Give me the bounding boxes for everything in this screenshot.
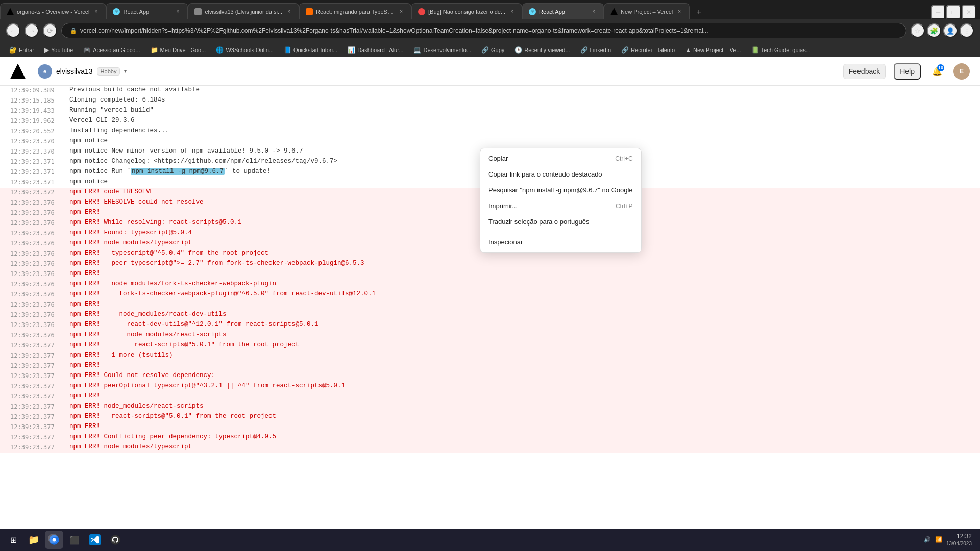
bookmark-favicon: 📁 (151, 46, 158, 54)
log-message: npm ERR! node_modules/fork-ts-checker-we… (69, 280, 970, 287)
context-menu-item-2[interactable]: Pesquisar "npm install -g npm@9.6.7" no … (480, 182, 641, 198)
clock: 12:32 13/04/2023 (946, 532, 972, 548)
tab-label: [Bug] Não consigo fazer o de... (428, 9, 505, 15)
bookmark-item[interactable]: ▶YouTube (40, 45, 77, 55)
bookmark-favicon: 📗 (751, 46, 759, 54)
tab-close-button[interactable]: × (285, 8, 292, 15)
avatar: e (38, 64, 52, 79)
browser-tab-tab6[interactable]: ⚛React App× (522, 3, 604, 19)
bookmark-button[interactable]: ☆ (911, 23, 925, 38)
notifications-badge: 10 (937, 64, 944, 71)
bookmark-item[interactable]: 🔗Gupy (477, 45, 508, 55)
log-line: 12:39:23.377npm ERR! Conflicting peer de… (0, 433, 980, 443)
context-menu-item-3[interactable]: Imprimir...Ctrl+P (480, 198, 641, 214)
log-message: npm ERR! peerOptional typescript@"^3.2.1… (69, 382, 970, 389)
bookmark-favicon: ▲ (685, 46, 691, 54)
log-timestamp: 12:39:19.962 (10, 117, 61, 124)
tab-favicon (7, 8, 14, 15)
context-menu-item-label: Inspecionar (488, 238, 523, 246)
log-line: 12:39:23.376npm ERR! node_modules/react-… (0, 310, 980, 320)
taskbar-files[interactable]: 📁 (24, 531, 43, 549)
vercel-logo[interactable] (10, 64, 26, 79)
feedback-button[interactable]: Feedback (843, 64, 886, 79)
bookmark-item[interactable]: 🔗Recrutei - Talento (617, 45, 679, 55)
tab-close-button[interactable]: × (174, 8, 181, 15)
browser-tab-tab2[interactable]: ⚛React App× (106, 3, 188, 19)
bookmark-item[interactable]: 📊Dashboard | Alur... (344, 45, 407, 55)
tab-close-button[interactable]: × (508, 8, 516, 15)
minimize-button[interactable]: ─ (931, 5, 945, 19)
start-button[interactable]: ⊞ (4, 531, 22, 549)
extensions-button[interactable]: 🧩 (927, 23, 941, 38)
log-timestamp: 12:39:23.376 (10, 249, 61, 257)
forward-button[interactable]: → (24, 23, 39, 38)
tab-favicon (306, 8, 313, 15)
bookmark-item[interactable]: 📗Tech Guide: guias... (747, 45, 815, 55)
browser-tab-tab3[interactable]: elvissilva13 (Elvis junior da si...× (188, 3, 299, 19)
tab-close-button[interactable]: × (398, 8, 405, 15)
taskbar-github[interactable] (106, 531, 125, 549)
taskbar-terminal[interactable]: ⬛ (65, 531, 84, 549)
log-line: 12:39:23.377npm ERR! Could not resolve d… (0, 371, 980, 382)
context-menu-item-0[interactable]: CopiarCtrl+C (480, 151, 641, 166)
bookmark-item[interactable]: 📁Meu Drive - Goo... (146, 45, 210, 55)
context-menu-item-5[interactable]: Inspecionar (480, 234, 641, 250)
browser-tab-tab7[interactable]: New Project – Vercel× (604, 3, 690, 19)
tab-favicon (194, 8, 202, 15)
log-line: 12:39:23.376npm ERR! peer typescript@">=… (0, 259, 980, 269)
reload-button[interactable]: ⟳ (43, 23, 57, 38)
help-button[interactable]: Help (894, 63, 921, 80)
log-line: 12:39:23.376npm ERR! fork-ts-checker-web… (0, 290, 980, 300)
bookmark-item[interactable]: 🕒Recently viewed... (510, 45, 574, 55)
bookmark-item[interactable]: 🔐Entrar (5, 45, 38, 55)
log-message: npm ERR! 1 more (tsutils) (69, 352, 970, 359)
bookmark-label: Recently viewed... (524, 47, 570, 53)
user-avatar-button[interactable]: E (953, 63, 970, 80)
bookmark-item[interactable]: 📘Quickstart tutori... (280, 45, 341, 55)
log-line: 12:39:23.377npm ERR! (0, 392, 980, 402)
browser-actions: ☆ 🧩 👤 ⋮ (911, 23, 974, 38)
log-message: npm notice (69, 137, 970, 144)
notifications-button[interactable]: 🔔 10 (929, 63, 945, 80)
taskbar-vscode[interactable] (86, 531, 104, 549)
highlighted-text: npm install -g npm@9.6.7 (131, 168, 225, 175)
tab-close-button[interactable]: × (676, 8, 683, 15)
bookmark-label: Entrar (19, 47, 34, 53)
bookmark-item[interactable]: 🔗LinkedIn (576, 45, 616, 55)
settings-button[interactable]: ⋮ (960, 23, 974, 38)
log-message: npm ERR! (69, 362, 970, 369)
new-tab-button[interactable]: + (692, 5, 706, 19)
log-line: 12:39:23.376npm ERR! node_modules/fork-t… (0, 280, 980, 290)
address-bar: ← → ⟳ 🔒 vercel.com/new/import/hidden?s=h… (0, 19, 980, 42)
close-window-button[interactable]: ✕ (962, 5, 976, 19)
url-input[interactable]: 🔒 vercel.com/new/import/hidden?s=https%3… (61, 23, 906, 38)
profile-button[interactable]: 👤 (943, 23, 958, 38)
bookmark-item[interactable]: 🎮Acesso ao Gioco... (79, 45, 144, 55)
browser-tab-tab4[interactable]: React: migrando para TypeSc...× (299, 3, 411, 19)
context-menu-item-4[interactable]: Traduzir seleção para o português (480, 214, 641, 230)
log-timestamp: 12:39:23.376 (10, 331, 61, 339)
context-menu-item-label: Imprimir... (488, 202, 518, 210)
tab-close-button[interactable]: × (92, 8, 100, 15)
tab-close-button[interactable]: × (590, 8, 597, 15)
browser-tab-tab5[interactable]: [Bug] Não consigo fazer o de...× (411, 3, 522, 19)
header-user-section[interactable]: e elvissilva13 Hobby ▾ (34, 62, 131, 81)
bookmark-item[interactable]: ▲New Project – Ve... (681, 45, 745, 55)
context-menu-item-label: Copiar (488, 155, 508, 162)
maximize-button[interactable]: □ (946, 5, 961, 19)
log-timestamp: 12:39:23.377 (10, 423, 61, 431)
log-timestamp: 12:39:23.377 (10, 362, 61, 369)
bookmark-item[interactable]: 🌐W3Schools Onlin... (212, 45, 278, 55)
log-timestamp: 12:39:23.376 (10, 209, 61, 216)
context-menu-item-1[interactable]: Copiar link para o conteúdo destacado (480, 166, 641, 182)
back-button[interactable]: ← (6, 23, 20, 38)
context-menu-item-label: Pesquisar "npm install -g npm@9.6.7" no … (488, 186, 633, 194)
taskbar-browser[interactable] (45, 531, 63, 549)
tab-label: React App (123, 9, 171, 15)
browser-tab-tab1[interactable]: organo-ts - Overview - Vercel× (0, 3, 106, 19)
bookmark-item[interactable]: 💻Desenvolvimento... (409, 45, 475, 55)
bookmark-label: Desenvolvimento... (423, 47, 471, 53)
tab-favicon: ⚛ (113, 8, 120, 15)
log-timestamp: 12:39:23.370 (10, 147, 61, 155)
log-message: npm ERR! react-scripts@"5.0.1" from the … (69, 413, 970, 420)
